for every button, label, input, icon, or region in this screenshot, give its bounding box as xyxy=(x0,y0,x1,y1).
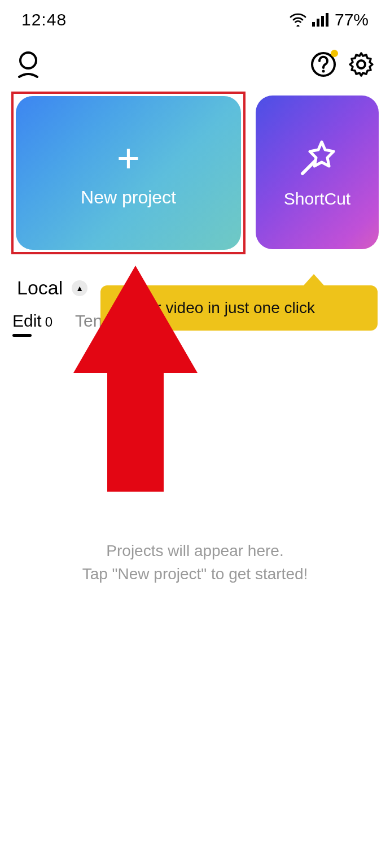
tooltip-text: te your video in just one click xyxy=(100,285,378,331)
empty-state-line2: Tap "New project" to get started! xyxy=(23,563,367,586)
tab-templates-label: Ten xyxy=(75,311,102,331)
notification-dot xyxy=(331,50,338,57)
tab-underline xyxy=(12,334,32,337)
wifi-icon xyxy=(290,13,306,27)
shortcut-button[interactable]: ShortCut xyxy=(256,96,379,249)
cards-row: + New project ShortCut xyxy=(0,92,390,254)
tab-edit-count: 0 xyxy=(45,314,52,330)
battery-text: 77% xyxy=(335,10,369,29)
svg-point-7 xyxy=(357,60,365,68)
svg-rect-1 xyxy=(317,19,319,27)
svg-point-4 xyxy=(20,53,36,68)
tooltip-pointer xyxy=(304,274,324,285)
help-icon[interactable] xyxy=(310,51,337,80)
status-time: 12:48 xyxy=(21,10,67,29)
svg-point-6 xyxy=(322,70,325,73)
svg-rect-0 xyxy=(312,22,315,27)
empty-state: Projects will appear here. Tap "New proj… xyxy=(0,540,390,585)
shortcut-label: ShortCut xyxy=(284,189,350,209)
tab-templates[interactable]: Ten xyxy=(75,311,102,337)
tab-edit[interactable]: Edit 0 xyxy=(12,311,52,337)
tab-edit-label: Edit xyxy=(12,311,42,331)
empty-state-line1: Projects will appear here. xyxy=(23,540,367,563)
svg-rect-3 xyxy=(326,13,328,27)
plus-icon: + xyxy=(117,138,140,178)
new-project-button[interactable]: + New project xyxy=(16,96,241,250)
svg-rect-2 xyxy=(321,16,324,27)
profile-icon[interactable] xyxy=(16,51,41,80)
tooltip: te your video in just one click xyxy=(100,274,378,331)
settings-icon[interactable] xyxy=(348,51,374,80)
status-indicators: 77% xyxy=(290,10,369,29)
new-project-label: New project xyxy=(81,187,176,208)
magic-wand-icon xyxy=(295,136,340,189)
status-bar: 12:48 77% xyxy=(0,0,390,35)
storage-filter-label: Local xyxy=(17,277,63,299)
signal-icon xyxy=(312,13,329,27)
top-icon-bar xyxy=(0,35,390,92)
highlight-box: + New project xyxy=(11,92,246,254)
caret-up-icon: ▲ xyxy=(72,280,87,296)
